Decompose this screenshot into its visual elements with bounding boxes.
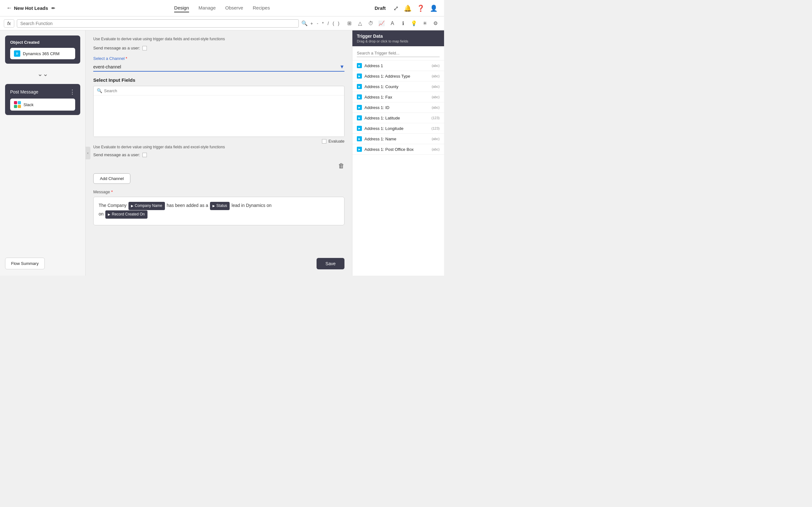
field-name: Address 1: Latitude <box>364 116 429 120</box>
clock-icon[interactable]: ⏱ <box>366 19 375 28</box>
fields-search-input[interactable] <box>104 89 341 93</box>
grid-icon[interactable]: ⊞ <box>345 19 354 28</box>
field-icon: ▶ <box>357 136 362 141</box>
trigger-field-item[interactable]: ▶ Address 1: ID (abc) <box>352 102 444 113</box>
field-icon: ▶ <box>357 105 362 110</box>
field-type: (abc) <box>432 106 440 109</box>
trigger-field-item[interactable]: ▶ Address 1: County (abc) <box>352 81 444 92</box>
slack-icon <box>14 101 21 108</box>
field-name: Address 1: Fax <box>364 95 429 100</box>
evaluate-hint-2: Use Evaluate to derive value using trigg… <box>93 145 345 149</box>
edit-icon[interactable]: ✏ <box>51 6 55 11</box>
op-divide[interactable]: / <box>328 21 329 26</box>
external-link-icon[interactable]: ⤢ <box>393 4 399 12</box>
flow-summary-button[interactable]: Flow Summary <box>5 258 45 269</box>
user-icon[interactable]: 👤 <box>430 4 438 12</box>
tab-manage[interactable]: Manage <box>199 4 216 12</box>
send-message-label-1: Send message as a user: <box>93 46 140 50</box>
trigger-field-item[interactable]: ▶ Address 1 (abc) <box>352 60 444 71</box>
send-message-row-2: Send message as a user: <box>93 153 345 157</box>
save-button[interactable]: Save <box>316 258 345 269</box>
op-lparen[interactable]: ( <box>333 21 334 26</box>
evaluate-checkbox[interactable] <box>322 139 326 144</box>
dynamics-item[interactable]: D Dynamics 365 CRM <box>10 48 75 59</box>
trigger-field-item[interactable]: ▶ Address 1: Name (abc) <box>352 134 444 144</box>
token-label-2: Status <box>216 203 227 210</box>
delete-icon[interactable]: 🗑 <box>338 162 345 170</box>
field-name: Address 1: County <box>364 84 429 89</box>
formula-search-icon: 🔍 <box>301 20 308 26</box>
send-message-label-2: Send message as a user: <box>93 153 140 157</box>
help-icon[interactable]: ❓ <box>417 4 425 12</box>
slack-item[interactable]: Slack <box>10 99 75 111</box>
post-message-title: Post Message <box>10 89 38 95</box>
channel-select[interactable]: event-channel ▼ <box>93 63 345 72</box>
message-section: Message * The Company ▶ Company Name has… <box>93 189 345 225</box>
slack-label: Slack <box>23 102 34 107</box>
trigger-field-item[interactable]: ▶ Address 1: Latitude (123) <box>352 113 444 123</box>
tab-recipes[interactable]: Recipes <box>253 4 270 12</box>
back-button[interactable]: ← New Hot Leads ✏ <box>6 5 55 11</box>
trigger-field-item[interactable]: ▶ Address 1: Longitude (123) <box>352 123 444 134</box>
text-icon[interactable]: A <box>388 19 397 28</box>
message-token-company-name[interactable]: ▶ Company Name <box>129 202 165 210</box>
op-multiply[interactable]: * <box>322 21 323 26</box>
input-fields-search-box: 🔍 <box>93 86 345 137</box>
field-type: (abc) <box>432 147 440 151</box>
trigger-search <box>352 46 444 60</box>
trigger-field-item[interactable]: ▶ Address 1: Post Office Box (abc) <box>352 144 444 155</box>
formula-bar: fx 🔍 + - * / ( ) ⊞ △ ⏱ 📈 A ℹ 💡 ✳ ⚙ <box>0 16 444 31</box>
trigger-fields-list: ▶ Address 1 (abc) ▶ Address 1: Address T… <box>352 60 444 276</box>
trigger-field-item[interactable]: ▶ Address 1: Address Type (abc) <box>352 71 444 81</box>
send-message-checkbox-1[interactable] <box>142 46 147 50</box>
dynamics-icon: D <box>14 50 20 57</box>
field-name: Address 1: Longitude <box>364 126 429 131</box>
back-arrow-icon: ← <box>6 5 12 11</box>
collapse-sidebar-handle[interactable]: ‹ <box>85 147 90 159</box>
info-icon[interactable]: ℹ <box>398 19 408 28</box>
message-required-star: * <box>111 189 113 194</box>
field-type: (abc) <box>432 84 440 89</box>
field-icon: ▶ <box>357 126 362 131</box>
fields-area <box>94 95 344 136</box>
search-function-input[interactable] <box>17 19 299 27</box>
lightbulb-icon[interactable]: 💡 <box>409 19 419 28</box>
settings-icon[interactable]: ⚙ <box>431 19 440 28</box>
asterisk-icon[interactable]: ✳ <box>420 19 429 28</box>
bell-icon[interactable]: 🔔 <box>404 4 412 12</box>
message-box[interactable]: The Company ▶ Company Name has been adde… <box>93 197 345 225</box>
select-input-fields-section: Select Input Fields 🔍 Evaluate <box>93 77 345 144</box>
add-channel-button[interactable]: Add Channel <box>93 173 131 184</box>
message-text-end: lead in Dynamics on <box>232 203 271 208</box>
token-arrow-1: ▶ <box>131 203 134 209</box>
op-plus[interactable]: + <box>310 21 313 26</box>
tab-observe[interactable]: Observe <box>225 4 243 12</box>
field-name: Address 1 <box>364 63 429 68</box>
send-message-row-1: Send message as a user: <box>93 46 345 50</box>
fx-button[interactable]: fx <box>4 19 14 27</box>
channel-form-label: Select a Channel * <box>93 56 345 61</box>
message-token-status[interactable]: ▶ Status <box>210 202 230 210</box>
field-type: (abc) <box>432 74 440 78</box>
op-rparen[interactable]: ) <box>338 21 339 26</box>
message-text-before: The Company <box>99 203 126 208</box>
op-minus[interactable]: - <box>317 21 318 26</box>
channel-selected-value: event-channel <box>93 64 338 69</box>
field-icon: ▶ <box>357 84 362 89</box>
triangle-icon[interactable]: △ <box>355 19 365 28</box>
channel-dropdown-arrow[interactable]: ▼ <box>339 64 345 70</box>
more-options-icon[interactable]: ⋮ <box>69 89 75 95</box>
tab-design[interactable]: Design <box>174 4 189 12</box>
field-name: Address 1: ID <box>364 105 429 110</box>
right-panel-header: Trigger Data Drag & drop or click to map… <box>352 31 444 46</box>
token-label-3: Record Created On <box>112 211 145 218</box>
post-message-card: Post Message ⋮ Slack <box>5 84 80 115</box>
trigger-field-item[interactable]: ▶ Address 1: Fax (abc) <box>352 92 444 102</box>
send-message-checkbox-2[interactable] <box>142 153 147 157</box>
message-token-record-created[interactable]: ▶ Record Created On <box>105 210 147 219</box>
trigger-field-search-input[interactable] <box>357 49 440 57</box>
chart-icon[interactable]: 📈 <box>377 19 386 28</box>
field-name: Address 1: Address Type <box>364 74 429 78</box>
step-connector: ⌄⌄ <box>5 69 80 79</box>
chevron-down-icon: ⌄⌄ <box>38 70 48 78</box>
